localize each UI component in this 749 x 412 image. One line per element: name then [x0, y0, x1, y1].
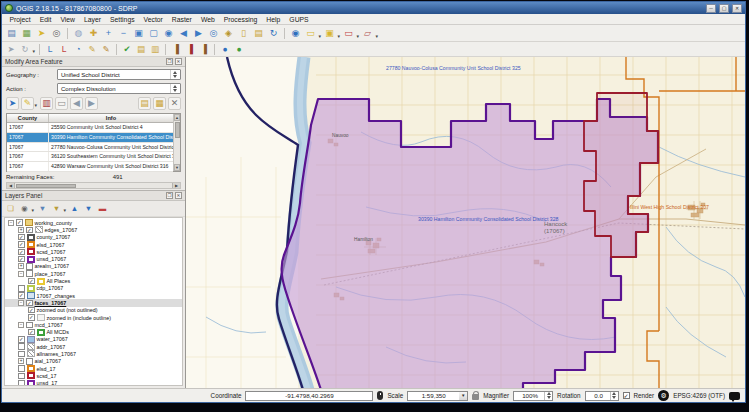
delete-feature-icon[interactable]: ▥ — [40, 97, 53, 110]
scroll-left-icon[interactable]: ◀ — [7, 183, 15, 188]
pan-map-icon[interactable]: ✚ — [87, 27, 100, 40]
menu-layer[interactable]: Layer — [79, 16, 105, 23]
layer-checkbox[interactable]: ✓ — [28, 307, 35, 314]
float-panel-icon[interactable]: ❐ — [166, 192, 173, 199]
layer-checkbox[interactable] — [18, 351, 25, 358]
table-row[interactable]: 1706725590 Community Unit School Distric… — [7, 123, 173, 133]
menu-edit[interactable]: Edit — [35, 16, 56, 23]
layer-item[interactable]: ✓water_17067 — [5, 336, 182, 343]
table-row[interactable]: 1706742890 Warsaw Community Unit School … — [7, 162, 173, 172]
lock-scale-icon[interactable] — [472, 394, 479, 400]
menu-vector[interactable]: Vector — [139, 16, 167, 23]
float-panel-icon[interactable]: ❐ — [166, 58, 173, 65]
redo-icon[interactable]: ↻▾ — [19, 43, 31, 55]
zoom-in-icon[interactable]: + — [102, 27, 115, 40]
close-panel-icon[interactable]: ✕ — [175, 58, 182, 65]
layer-checkbox[interactable]: ✓ — [18, 234, 25, 241]
layer-checkbox[interactable] — [26, 263, 33, 270]
select-by-expression-icon[interactable]: ▣▾ — [323, 27, 336, 40]
layer-checkbox[interactable] — [18, 365, 25, 372]
layer-item[interactable]: +arealm_17067 — [5, 263, 182, 270]
layer-checkbox[interactable]: ✓ — [18, 241, 25, 248]
column-header-county[interactable]: County — [7, 114, 49, 122]
layer-checkbox[interactable] — [18, 343, 25, 350]
geography-globe-icon[interactable]: ● — [219, 43, 231, 55]
layer-item[interactable]: ✓All MCDs — [5, 328, 182, 335]
scroll-down-icon[interactable]: ▼ — [174, 164, 180, 171]
render-checkbox[interactable]: ✓ — [623, 392, 630, 399]
clear-selection-icon[interactable]: ✕ — [168, 97, 181, 110]
scroll-right-icon[interactable]: ▶ — [172, 183, 180, 188]
mouse-coordinate-icon[interactable] — [377, 391, 383, 400]
table-row[interactable]: 1706727780 Nauvoo-Colusa Community Unit … — [7, 143, 173, 153]
layer-item[interactable]: ✓zoomed out (not outlined) — [5, 307, 182, 314]
select-tool-icon[interactable]: ➤ — [5, 43, 17, 55]
show-bookmarks-icon[interactable]: ▤ — [252, 27, 265, 40]
layer-item[interactable]: allnames_17067 — [5, 350, 182, 357]
expand-icon[interactable]: + — [18, 358, 24, 364]
layer-checkbox[interactable]: ✓ — [26, 227, 33, 234]
layer-item[interactable]: ✓unsd_17067 — [5, 255, 182, 262]
coordinate-input[interactable]: -91.4798,40.2969 — [245, 391, 373, 401]
expand-icon[interactable]: + — [18, 263, 24, 269]
geography-select[interactable]: Unified School District — [57, 69, 181, 80]
new-bookmark-icon[interactable]: ▯ — [237, 27, 250, 40]
scroll-up-icon[interactable]: ▲ — [174, 114, 180, 121]
action-select[interactable]: Complex Dissolution — [57, 83, 181, 94]
scroll-thumb[interactable] — [175, 122, 180, 138]
layer-item[interactable]: ✓17067_changes — [5, 292, 182, 299]
table-row[interactable]: 1706730390 Hamilton Community Consolidat… — [7, 133, 173, 143]
spinner-arrows-icon[interactable] — [610, 392, 618, 400]
collapse-icon[interactable]: − — [18, 300, 24, 306]
layer-checkbox[interactable]: ✓ — [28, 329, 35, 336]
maximize-button[interactable]: ▢ — [719, 4, 729, 13]
summary-icon[interactable]: ▥ — [149, 43, 161, 55]
layer-item[interactable]: unsd_17 — [5, 380, 182, 386]
edit-attributes-icon[interactable]: ✎▾ — [21, 97, 34, 110]
menu-settings[interactable]: Settings — [106, 16, 140, 23]
zoom-out-icon[interactable]: − — [117, 27, 130, 40]
add-area-feature-icon[interactable]: L — [58, 43, 70, 55]
add-group-icon[interactable]: ❏ — [5, 203, 16, 214]
zoom-full-icon[interactable]: ▣ — [132, 27, 145, 40]
chevron-down-icon[interactable]: ▼ — [459, 391, 468, 401]
search-icon[interactable]: ◎ — [50, 27, 63, 40]
layer-item[interactable]: cdp_17067 — [5, 285, 182, 292]
collapse-icon[interactable]: − — [18, 271, 24, 277]
zoom-native-icon[interactable]: ◎ — [207, 27, 220, 40]
layer-item[interactable]: ✓elsd_17067 — [5, 241, 182, 248]
matrix-grid-icon[interactable]: ▦ — [153, 97, 166, 110]
layer-checkbox[interactable] — [26, 270, 33, 277]
zoom-next-icon[interactable]: ▶ — [192, 27, 205, 40]
refresh-map-icon[interactable]: ↻ — [267, 27, 280, 40]
layer-checkbox[interactable]: ✓ — [18, 336, 25, 343]
layer-checkbox[interactable] — [18, 285, 25, 292]
validate-icon[interactable]: ✔ — [121, 43, 133, 55]
menu-view[interactable]: View — [56, 16, 80, 23]
layer-item[interactable]: −✓faces_17067 — [5, 299, 182, 306]
zoom-to-selection-icon[interactable]: ◉ — [162, 27, 175, 40]
identify-pointer-icon[interactable]: ➤ — [35, 27, 48, 40]
layer-item[interactable]: −✓working_county — [5, 219, 182, 226]
minimize-button[interactable]: ─ — [706, 4, 716, 13]
layer-item[interactable]: ✓All Places — [5, 277, 182, 284]
attribute-info-icon[interactable]: ◔ — [72, 43, 84, 55]
messages-icon[interactable] — [729, 392, 740, 400]
layer-checkbox[interactable]: ✓ — [18, 256, 25, 263]
filter-expression-icon[interactable]: ▼▾ — [51, 203, 62, 214]
menu-project[interactable]: Project — [5, 16, 35, 23]
measure-icon[interactable]: ▱▾ — [361, 27, 374, 40]
menu-raster[interactable]: Raster — [167, 16, 196, 23]
expand-all-icon[interactable]: ▲ — [69, 203, 80, 214]
collapse-icon[interactable]: − — [18, 322, 24, 328]
magnifier-stepper[interactable]: 100% — [513, 391, 553, 401]
next-feature-icon[interactable]: ▶ — [85, 97, 98, 110]
layer-item[interactable]: +aial_17067 — [5, 358, 182, 365]
edit-geography-icon[interactable]: ✎ — [86, 43, 98, 55]
layer-item[interactable]: +✓edges_17067 — [5, 226, 182, 233]
layer-item[interactable]: −mcd_17067 — [5, 321, 182, 328]
style-manager-icon[interactable]: ▦ — [20, 27, 33, 40]
layer-checkbox[interactable] — [18, 373, 25, 380]
layer-checkbox[interactable]: ✓ — [16, 219, 23, 226]
expand-icon[interactable]: + — [18, 227, 24, 233]
